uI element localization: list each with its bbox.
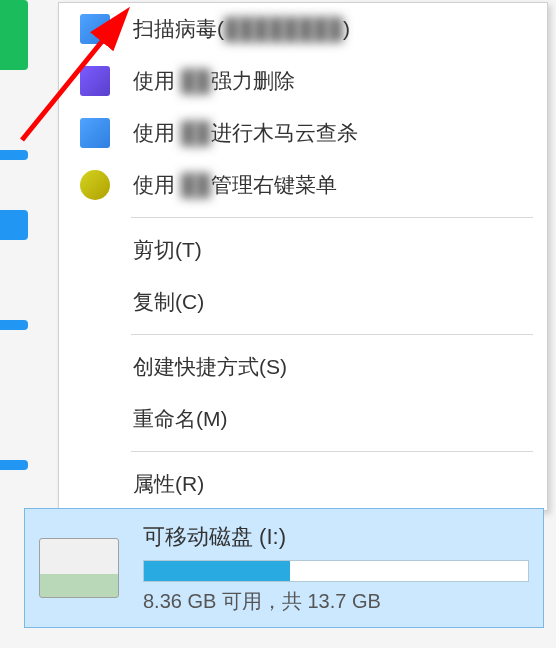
shield-icon: [77, 13, 113, 45]
menu-label: 剪切(T): [133, 236, 202, 264]
menu-item-copy[interactable]: 复制(C): [59, 276, 547, 328]
left-block-blue: [0, 150, 28, 160]
menu-label: 使用 ██强力删除: [133, 67, 295, 95]
trash-icon: [77, 65, 113, 97]
left-block-blue: [0, 210, 28, 240]
drive-usage-bar: [143, 560, 529, 582]
drive-usage-fill: [144, 561, 290, 581]
menu-label: 复制(C): [133, 288, 204, 316]
drive-item-removable[interactable]: 可移动磁盘 (I:) 8.36 GB 可用，共 13.7 GB: [24, 508, 544, 628]
menu-item-force-delete[interactable]: 使用 ██强力删除: [59, 55, 547, 107]
context-menu: 扫描病毒(████████) 使用 ██强力删除 使用 ██进行木马云查杀 使用…: [58, 2, 548, 511]
removable-disk-icon: [39, 538, 119, 598]
cloud-scan-icon: [77, 117, 113, 149]
menu-item-cut[interactable]: 剪切(T): [59, 224, 547, 276]
drive-name: 可移动磁盘 (I:): [143, 522, 529, 552]
drive-info: 可移动磁盘 (I:) 8.36 GB 可用，共 13.7 GB: [143, 522, 529, 615]
left-block-blue: [0, 460, 28, 470]
menu-item-rename[interactable]: 重命名(M): [59, 393, 547, 445]
menu-label: 创建快捷方式(S): [133, 353, 287, 381]
left-block-green: [0, 0, 28, 70]
menu-label: 重命名(M): [133, 405, 227, 433]
menu-separator: [131, 451, 533, 452]
menu-label: 扫描病毒(████████): [133, 15, 350, 43]
menu-item-trojan-scan[interactable]: 使用 ██进行木马云查杀: [59, 107, 547, 159]
menu-item-create-shortcut[interactable]: 创建快捷方式(S): [59, 341, 547, 393]
menu-label: 属性(R): [133, 470, 204, 498]
menu-separator: [131, 217, 533, 218]
menu-separator: [131, 334, 533, 335]
menu-label: 使用 ██进行木马云查杀: [133, 119, 358, 147]
menu-item-properties[interactable]: 属性(R): [59, 458, 547, 510]
menu-icon: [77, 169, 113, 201]
menu-item-manage-rightclick[interactable]: 使用 ██管理右键菜单: [59, 159, 547, 211]
menu-item-scan-virus[interactable]: 扫描病毒(████████): [59, 3, 547, 55]
drive-stats: 8.36 GB 可用，共 13.7 GB: [143, 588, 529, 615]
menu-label: 使用 ██管理右键菜单: [133, 171, 337, 199]
left-block-blue: [0, 320, 28, 330]
